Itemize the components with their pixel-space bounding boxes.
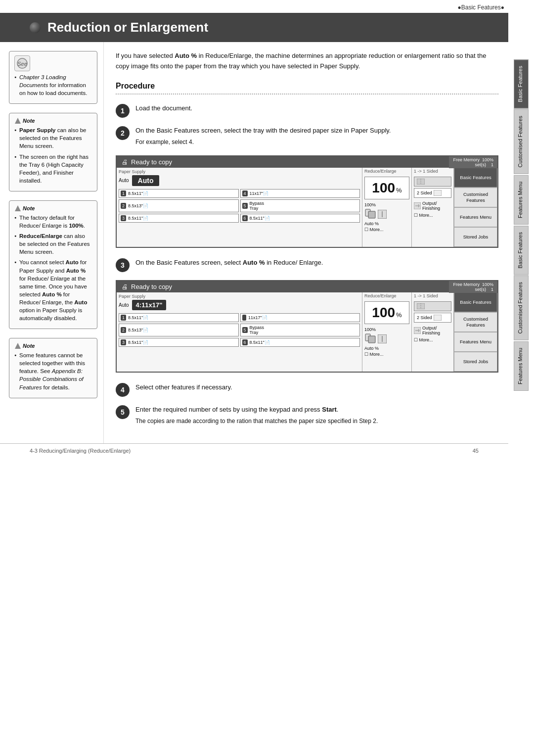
pct-auto-option-2[interactable]: Auto % [364, 346, 409, 351]
note3-item-1: Some features cannot be selected togethe… [14, 351, 92, 391]
main-layout: See Chapter 3 Loading Documents for info… [0, 42, 508, 443]
tray2-6: 6 8.5x11"📄 [240, 338, 360, 347]
pct-display-1: 100 % [364, 177, 409, 199]
pct-100-option-2[interactable]: 100% [364, 327, 409, 332]
ui-tab-stored-2[interactable]: Stored Jobs [454, 352, 497, 372]
printer-icon: 🖨 [122, 158, 128, 166]
step-1-number: 1 [116, 104, 130, 118]
note-label-2: Note [14, 205, 92, 212]
auto-text-label-1: Auto [119, 178, 129, 183]
more-option-1[interactable]: ☐ More... [364, 227, 409, 232]
step-3-content: On the Basic Features screen, select Aut… [135, 258, 498, 268]
top-label: Basic Features [461, 4, 501, 11]
pct-display-2: 100 % [364, 301, 409, 324]
step-1: 1 Load the document. [116, 103, 498, 118]
tab-basic-features-1[interactable]: Basic Features [514, 59, 529, 108]
more-label-2: ☐ More... [412, 336, 453, 343]
ready-to-copy-label: Ready to copy [131, 158, 172, 166]
note-label-3: Note [14, 342, 92, 349]
auto-text-label-2: Auto [119, 302, 129, 308]
tab-features-menu-1[interactable]: Features Menu [514, 175, 529, 225]
tray2-3: 3 8.5x11"📄 [119, 338, 239, 347]
sided-options-2: 2 Sided [412, 299, 453, 325]
copy-ui-1-body: Paper Supply Auto Auto 1 8.5x11"📄 4 11x1… [117, 168, 497, 247]
more-option-2[interactable]: ☐ More... [364, 352, 409, 357]
paper-supply-label-1: Paper Supply [117, 168, 362, 174]
free-memory-bar-2: Free Memory 100%set(s) 1 [449, 281, 497, 293]
ui-tab-customised-2[interactable]: Customised Features [454, 312, 497, 332]
ui-tab-stored-1[interactable]: Stored Jobs [454, 227, 497, 247]
free-memory-bar-1: Free Memory 100%set(s) 1 [449, 156, 497, 168]
step-4-content: Select other features if necessary. [135, 382, 498, 393]
tab-customised-features-1[interactable]: Customised Features [514, 109, 529, 174]
see-item-1: Chapter 3 Loading Documents for informat… [14, 73, 92, 97]
sided2-1-1[interactable] [414, 301, 451, 311]
pct-symbol-1: % [396, 187, 402, 194]
tray-2: 2 8.5x13"📄 [119, 199, 239, 212]
svg-rect-17 [368, 336, 375, 343]
copy-ui-2: 🖨 Ready to copy Free Memory 100%set(s) 1… [116, 280, 498, 373]
svg-text:See: See [17, 61, 27, 67]
note-box-3: Note Some features cannot be selected to… [9, 338, 97, 398]
tab-customised-features-2[interactable]: Customised Features [514, 276, 529, 340]
procedure-divider [116, 94, 498, 94]
note2-item-2: Reduce/Enlarge can also be selected on t… [14, 232, 92, 256]
auto-highlight-1: Auto [132, 175, 160, 186]
tray-grid-1: 1 8.5x11"📄 4 11x17"📄 2 8.5x13"📄 5 Bypass… [117, 187, 362, 225]
tab-features-menu-2[interactable]: Features Menu [514, 341, 529, 391]
tray-1: 1 8.5x11"📄 [119, 189, 239, 198]
title-ball-icon [30, 22, 41, 33]
step-1-content: Load the document. [135, 103, 498, 114]
procedure-title: Procedure [116, 82, 498, 91]
pct-value-1: 100 [372, 180, 395, 196]
finishing-box-2: Output/Finishing [412, 325, 453, 336]
see-icon-wrapper: See [14, 55, 92, 71]
pct-icon-area [364, 208, 409, 220]
pct-auto-option[interactable]: Auto % [364, 221, 409, 226]
copy-ui-2-body: Paper Supply Auto 4:11x17" 1 8.5x11"📄 11… [117, 292, 497, 372]
pct-symbol-2: % [396, 311, 402, 319]
reduce-label-1: Reduce/Enlarge [362, 168, 411, 175]
pct-100-option[interactable]: 100% [364, 202, 409, 207]
ui-tab-customised-1[interactable]: Customised Features [454, 188, 497, 207]
ui-tab-features-menu-1[interactable]: Features Menu [454, 207, 497, 227]
ui-tab-strip-2: Basic Features Customised Features Featu… [454, 292, 497, 372]
step-2-example: For example, select 4. [135, 138, 498, 147]
sided-1-1[interactable] [414, 177, 451, 187]
pct-options-2: 100% Auto % ☐ More... [362, 326, 411, 358]
top-bullet-left: ● [457, 4, 461, 11]
step-4-number: 4 [116, 383, 130, 397]
note1-item-2: The screen on the right has the Tray 6 (… [14, 153, 92, 185]
step-2: 2 On the Basic Features screen, select t… [116, 126, 498, 147]
ui-tab-basic-2[interactable]: Basic Features [454, 292, 497, 312]
left-sidebar: See Chapter 3 Loading Documents for info… [0, 42, 104, 443]
pct-options-1: 100% Auto % ☐ More... [362, 201, 411, 233]
step-5-content: Enter the required number of sets by usi… [135, 405, 498, 426]
ui-tab-features-menu-2[interactable]: Features Menu [454, 332, 497, 352]
tray-5: 5 BypassTray [240, 199, 360, 212]
see-box: See Chapter 3 Loading Documents for info… [9, 51, 97, 104]
note-label-1: Note [14, 117, 92, 124]
top-bar: ● Basic Features ● [0, 0, 534, 13]
sided-2-sided[interactable]: 2 Sided [414, 188, 451, 198]
note-box-2: Note The factory default for Reduce/ Enl… [9, 200, 97, 329]
tab-basic-features-2[interactable]: Basic Features [514, 226, 529, 275]
tray2-2: 2 8.5x13"📄 [119, 324, 239, 336]
footer-left: 4-3 Reducing/Enlarging (Reduce/Enlarge) [30, 448, 131, 454]
tray-6: 6 8.5x11"📄 [240, 214, 360, 223]
intro-text: If you have selected Auto % in Reduce/En… [116, 51, 498, 72]
step-4: 4 Select other features if necessary. [116, 382, 498, 397]
sided-options-1: 2 Sided [412, 175, 453, 200]
footer-right: 45 [473, 448, 479, 454]
step-5-number: 5 [116, 405, 130, 419]
finishing-box-1: Output/Finishing [412, 200, 453, 212]
step-3: 3 On the Basic Features screen, select A… [116, 258, 498, 272]
tray2-1: 1 8.5x11"📄 [119, 313, 239, 322]
sided2-2-sided[interactable]: 2 Sided [414, 313, 451, 323]
paper-supply-label-2: Paper Supply [117, 292, 362, 299]
step-2-content: On the Basic Features screen, select the… [135, 126, 498, 147]
auto-highlight-2: 4:11x17" [132, 300, 167, 310]
title-bar: Reduction or Enlargement [0, 13, 508, 42]
ui-tab-basic-1[interactable]: Basic Features [454, 168, 497, 188]
note2-item-3: You cannot select Auto for Paper Supply … [14, 258, 92, 322]
